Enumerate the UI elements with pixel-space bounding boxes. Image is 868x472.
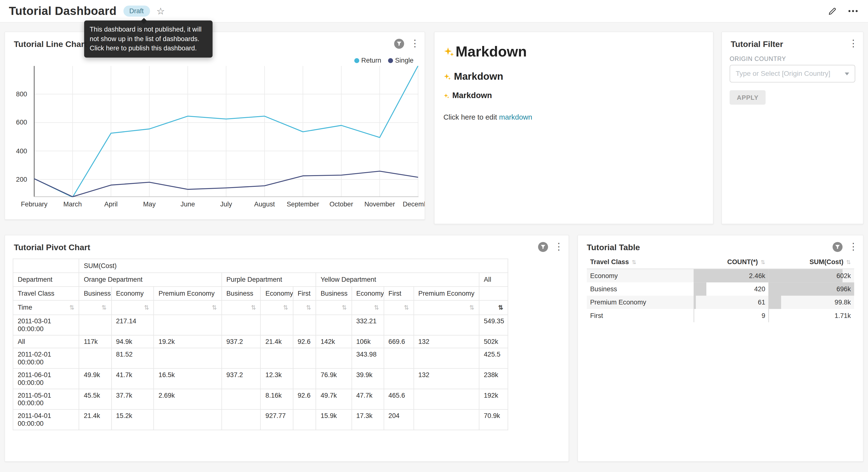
origin-country-select[interactable]: Type or Select [Origin Country]: [730, 65, 855, 82]
pivot-sort-cell: ⇅: [79, 300, 112, 315]
header-actions: [828, 6, 858, 16]
sort-icon[interactable]: ⇅: [212, 303, 217, 312]
sort-icon[interactable]: ⇅: [374, 303, 379, 312]
x-axis-labels: FebruaryMarchAprilMayJuneJulyAugustSepte…: [34, 201, 421, 209]
card-header-icons: ⋮: [833, 242, 855, 252]
pivot-value-cell: 937.2: [221, 368, 261, 389]
value-bar: [694, 296, 695, 309]
line-chart-card: Tutorial Line Chart ⋮ ReturnSingle 20040…: [4, 32, 425, 220]
pivot-value-cell: [154, 409, 221, 430]
apply-button[interactable]: APPLY: [730, 90, 766, 105]
pivot-row: 2011-02-01 00:00:0081.52343.98425.5: [13, 348, 508, 368]
travel-class-cell: Business: [587, 283, 694, 296]
filter-indicator-icon[interactable]: [538, 242, 548, 252]
y-axis-labels: 200400600800: [5, 66, 30, 197]
filter-indicator-icon[interactable]: [394, 39, 404, 49]
kebab-menu-icon[interactable]: ⋮: [410, 39, 417, 49]
markdown-paragraph: Click here to edit markdown: [443, 113, 704, 121]
cell-value: 1.71k: [835, 312, 850, 320]
card-header: Tutorial Table ⋮: [578, 235, 863, 252]
sort-icon[interactable]: ⇅: [69, 303, 74, 312]
legend-item-single[interactable]: Single: [388, 57, 413, 64]
pivot-value-cell: [79, 315, 112, 335]
pivot-measure-label: SUM(Cost): [79, 259, 508, 273]
sort-icon[interactable]: ⇅: [761, 259, 765, 265]
filter-indicator-icon[interactable]: [833, 242, 843, 252]
kebab-menu-icon[interactable]: ⋮: [554, 242, 561, 252]
pivot-value-cell: 45.5k: [79, 389, 112, 409]
pivot-value-cell: 8.16k: [261, 389, 293, 409]
pivot-value-cell: [221, 389, 261, 409]
table-row: Business420696k: [587, 283, 854, 296]
pivot-value-cell: [316, 315, 351, 335]
pivot-subcol-label: Economy: [261, 287, 293, 301]
more-menu-icon[interactable]: [848, 9, 858, 13]
column-header-travel-class[interactable]: Travel Class⇅: [587, 255, 694, 269]
status-badge[interactable]: Draft: [123, 6, 150, 17]
pivot-group-row: DepartmentOrange DepartmentPurple Depart…: [13, 273, 508, 287]
draft-tooltip[interactable]: This dashboard is not published, it will…: [84, 21, 213, 58]
pivot-value-cell: 21.4k: [79, 409, 112, 430]
pivot-value-cell: 117k: [79, 335, 112, 348]
sort-icon[interactable]: ⇅: [144, 303, 149, 312]
legend-dot-icon: [388, 58, 393, 63]
edit-pencil-icon[interactable]: [828, 6, 837, 16]
pivot-value-cell: [293, 315, 316, 335]
pivot-chart-card: Tutorial Pivot Chart ⋮ SUM(Cost)Departme…: [4, 235, 569, 462]
sort-icon[interactable]: ⇅: [631, 259, 636, 265]
markdown-card[interactable]: Markdown Markdown Markdown Click here to…: [434, 32, 713, 224]
edit-markdown-link[interactable]: markdown: [499, 113, 532, 121]
pivot-value-cell: 21.4k: [261, 335, 293, 348]
cell-value: 2.46k: [749, 272, 765, 280]
card-header: Tutorial Line Chart ⋮: [5, 32, 425, 49]
pivot-subcol-label: Business: [221, 287, 261, 301]
chevron-down-icon: [845, 72, 849, 75]
y-tick-label: 400: [16, 147, 27, 155]
pivot-dim-label-department: Department: [13, 273, 79, 287]
pivot-value-cell: 49.7k: [316, 389, 351, 409]
kebab-menu-icon[interactable]: ⋮: [849, 39, 855, 49]
card-header: Tutorial Filter ⋮: [722, 32, 863, 49]
sort-icon[interactable]: ⇅: [101, 303, 106, 312]
pivot-value-cell: 92.6: [293, 335, 316, 348]
sort-icon[interactable]: ⇅: [342, 303, 347, 312]
legend-item-return[interactable]: Return: [354, 57, 381, 64]
pivot-value-cell: 17.3k: [351, 409, 384, 430]
sort-icon[interactable]: ⇅: [251, 303, 256, 312]
pivot-row: All117k94.9k19.2k937.221.4k92.6142k106k6…: [13, 335, 508, 348]
pivot-subcol-label: Premium Economy: [154, 287, 221, 301]
pivot-group-label: Purple Department: [221, 273, 316, 287]
pivot-sort-cell: ⇅: [293, 300, 316, 315]
pivot-dim-label-time: Time⇅: [13, 300, 79, 315]
pivot-value-cell: 927.77: [261, 409, 293, 430]
value-bar: [694, 309, 694, 322]
sort-icon[interactable]: ⇅: [283, 303, 288, 312]
pivot-value-cell: 142k: [316, 335, 351, 348]
pivot-value-cell: 204: [384, 409, 413, 430]
pivot-subcol-label: Economy: [111, 287, 154, 301]
pivot-value-cell: 94.9k: [111, 335, 154, 348]
dashboard-header: Tutorial Dashboard Draft ☆ This dashboar…: [0, 0, 868, 23]
pivot-group-label: Orange Department: [79, 273, 222, 287]
card-header-icons: ⋮: [394, 39, 417, 49]
table-header-row: Travel Class⇅COUNT(*)⇅SUM(Cost)⇅: [587, 255, 854, 269]
sort-icon[interactable]: ⇅: [306, 303, 311, 312]
pivot-subcol-label: Premium Economy: [414, 287, 479, 301]
sort-icon[interactable]: ⇅: [469, 303, 474, 312]
sort-icon[interactable]: ⇅: [846, 259, 851, 265]
pivot-sort-cell: ⇅: [316, 300, 351, 315]
sort-descending-icon[interactable]: ⇅: [498, 303, 503, 312]
column-header-sum-cost-[interactable]: SUM(Cost)⇅: [769, 255, 854, 269]
pivot-value-cell: [384, 315, 413, 335]
pivot-value-cell: 669.6: [384, 335, 413, 348]
travel-class-cell: Premium Economy: [587, 296, 694, 309]
sort-icon[interactable]: ⇅: [404, 303, 409, 312]
pivot-sort-cell: ⇅: [479, 300, 508, 315]
pivot-value-cell: 70.9k: [479, 409, 508, 430]
tooltip-arrow: [141, 18, 147, 24]
pivot-row: 2011-06-01 00:00:0049.9k41.7k16.5k937.21…: [13, 368, 508, 389]
kebab-menu-icon[interactable]: ⋮: [849, 242, 855, 252]
favorite-star-icon[interactable]: ☆: [156, 6, 165, 16]
column-header-count-[interactable]: COUNT(*)⇅: [694, 255, 769, 269]
pivot-value-cell: [414, 348, 479, 368]
